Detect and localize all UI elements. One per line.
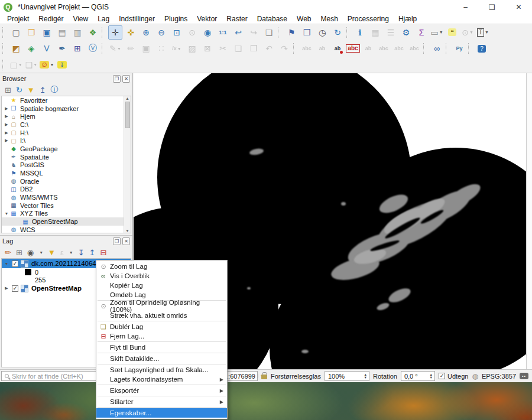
browser-item-mssql[interactable]: ⚑MSSQL	[2, 169, 131, 177]
chevron-down-icon[interactable]: ▼	[177, 47, 181, 51]
context-menu-show-in-overview[interactable]: ∞Vis i Overblik	[96, 271, 227, 281]
chevron-down-icon[interactable]: ▼	[469, 30, 473, 34]
data-source-manager-button[interactable]: ◩	[9, 41, 23, 56]
help-button[interactable]: ?	[475, 41, 489, 56]
magnifier-spinbox[interactable]: 100% ▲▼	[325, 371, 369, 381]
browser-scrollbar[interactable]: ▲ ▼	[124, 96, 131, 233]
browser-item-spatial-bookmarks[interactable]: ▶❒Spatiale bogmærker	[2, 105, 131, 113]
browser-float-button[interactable]: ❐	[113, 75, 121, 83]
layer-styling-button[interactable]: ✏	[5, 248, 11, 257]
zoom-full-button[interactable]: ⊡	[170, 25, 184, 40]
browser-filter-button[interactable]: ▼	[27, 86, 35, 95]
menu-redig-r[interactable]: Redigér	[34, 15, 68, 23]
processing-toolbox-button[interactable]: ⚙	[399, 25, 413, 40]
map-tips-button[interactable]: ❝	[445, 25, 459, 40]
browser-item-drive-c[interactable]: ▶▢C:\	[2, 121, 131, 129]
expander-icon[interactable]: ▶	[4, 122, 9, 127]
new-project-button[interactable]: ▢	[9, 25, 23, 40]
layers-close-button[interactable]: ✕	[122, 237, 130, 245]
browser-item-oracle[interactable]: ◍Oracle	[2, 177, 131, 185]
layer-checkbox[interactable]: ✓	[12, 261, 18, 267]
zoom-out-button[interactable]: ⊖	[154, 25, 168, 40]
browser-refresh-button[interactable]: ↻	[16, 86, 22, 95]
identify-features-button[interactable]: ℹ	[353, 25, 367, 40]
scroll-up-icon[interactable]: ▲	[125, 96, 129, 100]
context-menu-rename-layer[interactable]: Omdøb Lag	[96, 290, 227, 299]
expander-icon[interactable]: ▼	[4, 262, 9, 266]
chevron-down-icon[interactable]: ▼	[50, 63, 54, 67]
context-menu-zoom-to-layer[interactable]: ⊙Zoom til Lag	[96, 262, 227, 271]
browser-item-postgis[interactable]: ♞PostGIS	[2, 161, 131, 170]
python-console-button[interactable]: Py	[452, 41, 466, 56]
style-manager-button[interactable]: ❖	[86, 25, 100, 40]
browser-item-xyz-tiles[interactable]: ▼▦XYZ Tiles	[2, 210, 131, 218]
new-virtual-layer-button[interactable]: Ⓥ	[86, 41, 100, 56]
browser-item-geopackage[interactable]: ◆GeoPackage	[2, 145, 131, 153]
browser-item-openstreetmap[interactable]: ▦OpenStreetMap	[2, 217, 131, 226]
text-annotation-button[interactable]: T▼	[476, 25, 490, 40]
new-shapefile-layer-button[interactable]: V	[40, 41, 54, 56]
expander-icon[interactable]: ▶	[4, 286, 9, 291]
refresh-button[interactable]: ↻	[330, 25, 345, 40]
new-spatial-bookmark-button[interactable]: ⚑	[284, 25, 299, 40]
expander-icon[interactable]: ▶	[4, 106, 9, 111]
measure-button[interactable]: ▭▼	[430, 25, 444, 40]
lock-scale-icon[interactable]	[261, 375, 267, 379]
scroll-down-icon[interactable]: ▼	[125, 229, 129, 233]
filter-legend-button[interactable]: ▼	[48, 248, 56, 257]
menu-hjælp[interactable]: Hjælp	[394, 15, 421, 23]
checkbox-check-icon[interactable]: ✓	[439, 373, 445, 379]
crs-globe-icon[interactable]: ◍	[472, 372, 478, 380]
scroll-thumb[interactable]	[125, 102, 130, 128]
save-project-button[interactable]: ▣	[40, 25, 54, 40]
chevron-down-icon[interactable]: ▼	[33, 63, 37, 67]
browser-item-favorites[interactable]: ★Favoritter	[2, 96, 131, 105]
menu-database[interactable]: Database	[252, 15, 292, 23]
menu-mesh[interactable]: Mesh	[316, 15, 343, 23]
menu-processering[interactable]: Processering	[343, 15, 394, 23]
browser-item-drive-h[interactable]: ▶▢H:\	[2, 129, 131, 137]
chevron-down-icon[interactable]: ▼	[117, 47, 121, 51]
zoom-in-button[interactable]: ⊕	[139, 25, 153, 40]
filter-legend-map-button[interactable]: ∅▼	[40, 58, 54, 72]
menu-projekt[interactable]: Projekt	[2, 15, 34, 23]
browser-item-drive-i[interactable]: ▶▢I:\	[2, 136, 131, 145]
statistical-summary-button[interactable]: Σ	[414, 25, 429, 40]
browser-item-db2[interactable]: ◫DB2	[2, 185, 131, 194]
highlight-labels-button[interactable]: abc	[346, 41, 360, 56]
context-menu-copy-layer[interactable]: Kopiér Lag	[96, 281, 227, 290]
open-project-button[interactable]: ❐	[24, 25, 38, 40]
expander-icon[interactable]: ▼	[4, 211, 9, 216]
new-print-layout-button[interactable]: ▤	[55, 25, 69, 40]
zoom-native-button[interactable]: 1:1	[216, 25, 230, 40]
chevron-down-icon[interactable]: ▼	[439, 30, 443, 34]
chevron-down-icon[interactable]: ▼	[18, 63, 22, 67]
browser-collapse-all-button[interactable]: ↥	[40, 86, 46, 95]
menu-indstillinger[interactable]: Indstillinger	[114, 15, 160, 23]
expander-icon[interactable]: ▶	[4, 114, 9, 119]
render-checkbox[interactable]: ✓ Udtegn	[439, 373, 468, 380]
chevron-down-icon[interactable]: ▼	[485, 30, 489, 34]
move-label-map-button[interactable]: ↧	[55, 58, 69, 72]
browser-item-home[interactable]: ▶⌂Hjem	[2, 112, 131, 121]
collapse-all-button[interactable]: ↥	[89, 248, 96, 257]
context-menu-remove-layer[interactable]: ⊟Fjern Lag...	[96, 331, 227, 341]
context-menu-properties[interactable]: Egenskaber...	[96, 408, 227, 418]
browser-close-button[interactable]: ✕	[122, 75, 130, 83]
layout-manager-button[interactable]: ▥	[70, 25, 85, 40]
crs-status[interactable]: EPSG:3857	[482, 373, 516, 380]
zoom-last-button[interactable]: ↩	[231, 25, 245, 40]
menu-plugins[interactable]: Plugins	[160, 15, 192, 23]
context-menu-duplicate-layer[interactable]: ❏Dublér Lag	[96, 322, 227, 331]
pin-labels-button[interactable]: ab	[330, 41, 345, 56]
new-mesh-layer-button[interactable]: ⊞	[70, 41, 85, 56]
remove-layer-button[interactable]: ⊟	[100, 248, 107, 257]
context-menu-layer-crs[interactable]: Lagets Koordinatsystem▶	[96, 375, 227, 384]
messages-icon[interactable]: ••	[520, 373, 528, 379]
zoom-to-layer-button[interactable]: ◉	[200, 25, 215, 40]
context-menu-move-to-bottom[interactable]: Flyt til Bund	[96, 343, 227, 352]
context-menu-zoom-native-resolution[interactable]: ⊙Zoom til Oprindelig Opløsning (100%)	[96, 301, 227, 311]
new-spatialite-layer-button[interactable]: ✒	[55, 41, 69, 56]
menu-vektor[interactable]: Vektor	[192, 15, 222, 23]
context-menu-set-scale-visibility[interactable]: Sæt Lagsynlighed ud fra Skala...	[96, 365, 227, 375]
